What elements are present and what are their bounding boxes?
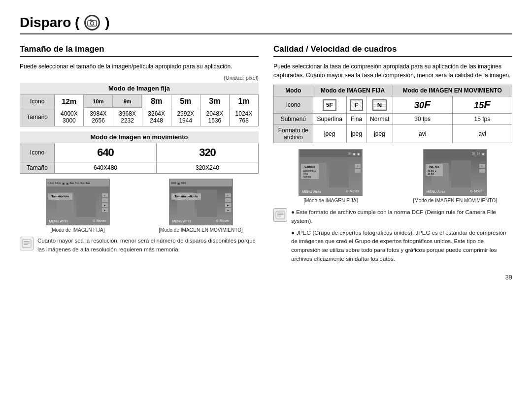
quality-img-moving: 30 30 ▣ Vel. fps 30 fps ● 15 fps xyxy=(423,149,487,196)
left-note: Cuanto mayor sea la resolución, menor se… xyxy=(20,237,259,254)
size-10m: 3984X2656 xyxy=(84,108,113,126)
quality-icon-n: N xyxy=(366,96,393,114)
side-icon: + xyxy=(355,164,361,168)
fixed-image-table: Icono 12m 10m 9m 8m 5m 3m 1m Tamaño 4000… xyxy=(20,94,259,126)
moving-mode-header: Modo de Imagen en movimiento xyxy=(20,131,259,143)
moving-col-header: Modo de IMAGEN EN MOVIMIENTO xyxy=(393,85,512,96)
menu-overlay3: Calidad Superfina ● Fina Normal xyxy=(301,164,319,179)
menu-mov3: ⊙ Mover xyxy=(346,189,359,193)
icon-8m: 8m xyxy=(142,94,171,108)
right-section-desc: Puede seleccionar la tasa de compresión … xyxy=(273,62,512,80)
quality-label-moving: [Modo de IMAGEN EN MOVIMIENTO] xyxy=(413,198,497,203)
unit-note: (Unidad: pixel) xyxy=(20,75,259,81)
right-notes: ● Este formato de archivo cumple con la … xyxy=(273,208,512,264)
side-icon: ■ xyxy=(102,208,108,212)
side-icon: + xyxy=(479,164,485,168)
left-section: Tamaño de la imagen Puede seleccionar el… xyxy=(20,44,259,264)
note-icon2 xyxy=(273,208,287,222)
quality-label-fixed: [Modo de IMAGEN FIJA] xyxy=(303,198,358,203)
side-icon: ■ xyxy=(225,208,231,212)
table-row-icon: Icono 5F F N xyxy=(274,96,512,114)
icon-3m: 3m xyxy=(200,94,229,108)
quality-icon-15f: 15F xyxy=(452,96,512,114)
side-icons2: + - ▶ ■ xyxy=(225,193,231,212)
quality-icon-f: F xyxy=(346,96,366,114)
right-section-title: Calidad / Velocidad de cuadros xyxy=(273,44,512,57)
menu-atr4: MENU Atrás xyxy=(427,190,446,193)
format-jpeg1: jpeg xyxy=(313,125,346,143)
side-icon: + xyxy=(225,193,231,197)
icon-10m: 10m xyxy=(84,94,113,108)
size-1m: 1024X768 xyxy=(229,108,258,126)
menu-mov: ⊙ Mover xyxy=(93,219,106,223)
page-number: 39 xyxy=(20,274,512,281)
svg-rect-4 xyxy=(22,240,31,247)
table-row-submenu: Submenú Superfina Fina Normal 30 fps 15 … xyxy=(274,114,512,125)
label-submenu: Submenú xyxy=(274,114,313,125)
side-icons: + - ▶ ■ xyxy=(102,193,108,212)
submenu-normal: Normal xyxy=(366,114,393,125)
fixed-mode-header: Modo de Imagen fija xyxy=(20,83,259,94)
side-icon: + xyxy=(102,193,108,197)
quality-screenshot-fixed: 30 ▣ ▣ Calidad Superfina ● Fina Normal xyxy=(273,149,388,203)
page-header: Disparo ( ) xyxy=(20,15,512,34)
quality-icon-sf: 5F xyxy=(313,96,346,114)
screen-menu-bar: MENU Atrás ⊙ Mover xyxy=(47,217,109,225)
left-section-desc: Puede seleccionar el tamaño de la imagen… xyxy=(20,62,259,71)
left-screenshots: 12m 12m ▣ ▣ 8m 5m 3m 1m Tamaño foto xyxy=(20,179,259,233)
table-row: Icono 12m 10m 9m 8m 5m 3m 1m xyxy=(20,94,259,108)
quality-table-wrap: Modo Modo de IMAGEN FIJA Modo de IMAGEN … xyxy=(273,85,512,143)
format-jpeg2: jpeg xyxy=(346,125,366,143)
quality-img-fixed: 30 ▣ ▣ Calidad Superfina ● Fina Normal xyxy=(299,149,363,196)
screenshot-fixed: 12m 12m ▣ ▣ 8m 5m 3m 1m Tamaño foto xyxy=(20,179,135,233)
side-icon: - xyxy=(102,198,108,202)
size-9m: 3968X2232 xyxy=(113,108,142,126)
table-row: Icono 640 320 xyxy=(20,143,259,162)
screenshot-moving: 640 ▣ 320 Tamaño película + - ▶ xyxy=(143,179,259,233)
submenu-superfina: Superfina xyxy=(313,114,346,125)
menu-overlay2: Tamaño película xyxy=(171,193,201,200)
menu-mov4: ⊙ Mover xyxy=(470,189,483,193)
screenshot-img-fixed: 12m 12m ▣ ▣ 8m 5m 3m 1m Tamaño foto xyxy=(46,179,110,225)
size-320: 320X240 xyxy=(157,162,259,174)
row-label-size: Tamaño xyxy=(20,108,55,126)
format-avi1: avi xyxy=(393,125,452,143)
side-icon: - xyxy=(355,169,361,173)
side-icon: ▶ xyxy=(225,203,231,207)
menu-atr: MENU Atrás xyxy=(49,219,68,223)
label-icono: Icono xyxy=(274,96,313,114)
menu-atr3: MENU Atrás xyxy=(302,190,321,193)
moving-image-table: Icono 640 320 Tamaño 640X480 320X240 xyxy=(20,143,259,174)
screenshot-label-fixed: [Modo de IMAGEN FIJA] xyxy=(50,227,104,233)
right-notes-text: ● Este formato de archivo cumple con la … xyxy=(291,208,512,264)
size-3m: 2048X1536 xyxy=(200,108,229,126)
side-icons4: + - xyxy=(479,164,485,173)
screenshot-img-moving: 640 ▣ 320 Tamaño película + - ▶ xyxy=(169,179,233,225)
person6 xyxy=(329,160,349,187)
screen-top-bar: 12m 12m ▣ ▣ 8m 5m 3m 1m xyxy=(47,180,109,186)
side-icon: - xyxy=(479,169,485,173)
icon-9m: 9m xyxy=(113,94,142,108)
submenu-30fps: 30 fps xyxy=(393,114,452,125)
size-12m: 4000X3000 xyxy=(55,108,84,126)
submenu-15fps: 15 fps xyxy=(452,114,512,125)
size-8m: 3264X2448 xyxy=(142,108,171,126)
right-note-1: ● Este formato de archivo cumple con la … xyxy=(291,208,512,226)
screen-menu-bar2: MENU Atrás ⊙ Mover xyxy=(170,217,232,225)
format-jpeg3: jpeg xyxy=(366,125,393,143)
screen-top-bar2: 640 ▣ 320 xyxy=(170,180,232,186)
main-content: Tamaño de la imagen Puede seleccionar el… xyxy=(20,44,512,264)
icon-640: 640 xyxy=(55,143,157,162)
table-row: Tamaño 640X480 320X240 xyxy=(20,162,259,174)
page-title-end: ) xyxy=(105,15,109,31)
menu-atr2: MENU Atrás xyxy=(172,219,192,223)
size-5m: 2592X1944 xyxy=(171,108,200,126)
svg-rect-8 xyxy=(276,211,285,219)
fixed-col-header: Modo de IMAGEN FIJA xyxy=(313,85,393,96)
note-icon xyxy=(20,237,33,250)
svg-point-3 xyxy=(95,22,96,23)
quality-screenshots: 30 ▣ ▣ Calidad Superfina ● Fina Normal xyxy=(273,149,512,203)
size-640: 640X480 xyxy=(55,162,157,174)
table-row: Tamaño 4000X3000 3984X2656 3968X2232 326… xyxy=(20,108,259,126)
quality-table: Modo Modo de IMAGEN FIJA Modo de IMAGEN … xyxy=(273,85,512,143)
